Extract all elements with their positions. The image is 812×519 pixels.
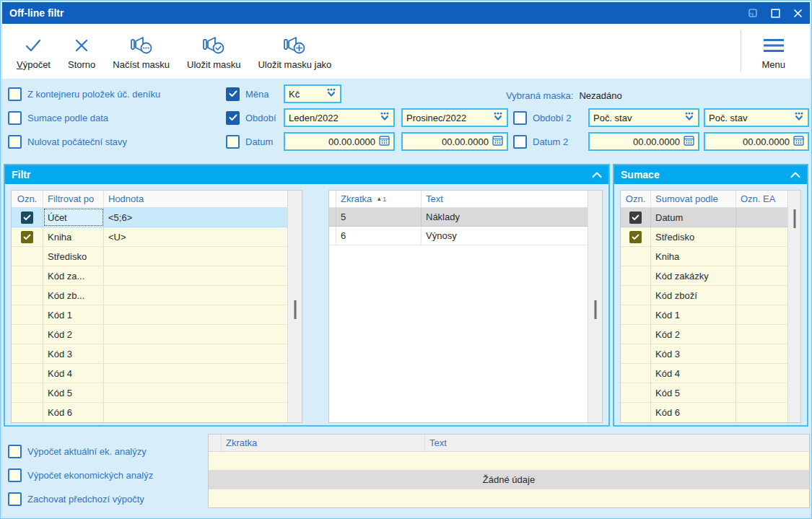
summary-field-ea[interactable]	[736, 247, 787, 266]
table-row[interactable]: Kniha	[621, 247, 787, 266]
scrollbar[interactable]	[787, 191, 800, 422]
filter-field-value[interactable]: <U>	[104, 227, 287, 246]
date-to-input[interactable]: 00.00.0000	[401, 132, 508, 151]
filter-field-value[interactable]: <5;6>	[104, 208, 287, 227]
table-row[interactable]: Kniha <U>	[12, 227, 287, 247]
table-row[interactable]: Datum	[621, 208, 787, 227]
date2-from-input[interactable]: 00.00.0000	[588, 132, 699, 151]
summary-field-name[interactable]: Kód 4	[651, 364, 736, 383]
summary-field-ea[interactable]	[736, 383, 787, 402]
column-header-text[interactable]: Text	[422, 191, 588, 207]
option-container-items[interactable]: Z kontejneru položek úč. deníku	[8, 84, 160, 103]
filter-field-value[interactable]	[104, 247, 287, 266]
period2-from-select[interactable]: Poč. stav	[588, 108, 699, 127]
summary-field-name[interactable]: Kód zakázky	[651, 266, 736, 285]
filter-field-name[interactable]: Kód 6	[43, 403, 104, 422]
checkbox-checked[interactable]	[21, 211, 33, 224]
filter-field-name[interactable]: Kód 5	[43, 383, 104, 402]
dropdown-arrow-icon[interactable]	[493, 112, 503, 123]
column-header-zkratka[interactable]: Zkratka ▲ 1	[336, 191, 422, 207]
restore-window-icon[interactable]	[748, 8, 758, 18]
checkbox-unchecked[interactable]	[8, 492, 22, 506]
option-date[interactable]: Datum	[226, 132, 273, 151]
column-header-ozn-ea[interactable]: Ozn. EA	[736, 191, 787, 207]
summary-field-ea[interactable]	[736, 403, 787, 422]
filter-field-name[interactable]: Kód za...	[43, 266, 104, 285]
table-row[interactable]: 5 Náklady	[329, 208, 588, 227]
collapse-chevron-icon[interactable]	[592, 172, 602, 178]
checkbox-unchecked[interactable]	[8, 445, 22, 458]
option-period2[interactable]: Období 2	[513, 108, 572, 127]
checkbox-checked[interactable]	[629, 211, 642, 224]
summary-field-ea[interactable]	[736, 364, 787, 383]
calculate-button[interactable]: Výpočet	[8, 30, 59, 73]
calendar-icon[interactable]	[793, 135, 804, 148]
column-header-zkratka[interactable]: Zkratka	[222, 435, 425, 451]
maximize-icon[interactable]	[771, 9, 780, 18]
summary-field-name[interactable]: Kniha	[651, 247, 736, 266]
table-row[interactable]: Středisko	[12, 247, 287, 266]
menu-button[interactable]: Menu	[753, 30, 794, 73]
filter-field-name[interactable]: Kód 2	[43, 325, 104, 344]
table-header[interactable]: Zkratka ▲ 1 Text	[329, 191, 588, 208]
close-icon[interactable]	[793, 9, 803, 18]
checkbox-unchecked[interactable]	[513, 111, 527, 125]
save-mask-button[interactable]: Uložit masku	[178, 30, 249, 73]
checkbox-checked[interactable]	[21, 231, 33, 243]
checkbox-unchecked[interactable]	[226, 135, 240, 149]
filter-field-name[interactable]: Kód zb...	[43, 286, 104, 305]
checkbox-unchecked[interactable]	[513, 135, 527, 149]
column-header-text[interactable]: Text	[425, 435, 809, 451]
dropdown-arrow-icon[interactable]	[326, 88, 336, 100]
table-row[interactable]: Kód 3	[12, 344, 287, 364]
checkbox-unchecked[interactable]	[8, 135, 22, 149]
table-row[interactable]: Kód 3	[621, 344, 787, 364]
summary-field-ea[interactable]	[736, 325, 787, 344]
checkbox-checked[interactable]	[226, 111, 240, 125]
account-code[interactable]: 5	[336, 208, 422, 226]
table-row[interactable]: Kód 6	[12, 403, 287, 422]
checkbox-unchecked[interactable]	[8, 111, 22, 125]
collapse-chevron-icon[interactable]	[790, 172, 800, 178]
table-row[interactable]: Kód za...	[12, 266, 287, 286]
table-row[interactable]: Kód 5	[621, 383, 787, 403]
table-header[interactable]: Zkratka Text	[209, 435, 809, 452]
checkbox-unchecked[interactable]	[8, 87, 22, 101]
table-row[interactable]: Kód zb...	[12, 286, 287, 305]
table-row[interactable]: 6 Výnosy	[329, 227, 588, 245]
column-header-filtrovat-po[interactable]: Filtrovat po	[43, 191, 104, 207]
summary-field-ea[interactable]	[736, 344, 787, 363]
summary-panel-header[interactable]: Sumace	[614, 165, 807, 184]
table-row[interactable]: Kód 1	[12, 305, 287, 325]
dropdown-arrow-icon[interactable]	[380, 112, 390, 123]
summary-field-ea[interactable]	[736, 208, 787, 227]
table-row[interactable]: Kód 1	[621, 305, 787, 325]
checkbox-checked[interactable]	[629, 231, 642, 243]
summary-field-ea[interactable]	[736, 266, 787, 285]
checkbox-checked[interactable]	[226, 87, 240, 101]
table-row[interactable]: Kód 2	[621, 325, 787, 344]
table-row[interactable]: Kód 4	[621, 364, 787, 383]
filter-field-name[interactable]: Kód 3	[43, 344, 104, 363]
filter-field-name[interactable]: Kniha	[43, 227, 104, 246]
account-text[interactable]: Náklady	[422, 208, 588, 226]
filter-field-value[interactable]	[104, 266, 287, 285]
filter-field-name[interactable]: Středisko	[43, 247, 104, 266]
account-code[interactable]: 6	[336, 227, 422, 245]
summary-field-ea[interactable]	[736, 305, 787, 324]
column-header-ozn[interactable]: Ozn.	[12, 191, 43, 207]
account-text[interactable]: Výnosy	[422, 227, 588, 245]
checkbox-unchecked[interactable]	[8, 468, 22, 482]
date-from-input[interactable]: 00.00.0000	[284, 132, 395, 151]
filter-field-name[interactable]: Kód 4	[43, 364, 104, 383]
table-row[interactable]: Kód zboží	[621, 286, 787, 305]
period-from-select[interactable]: Leden/2022	[284, 108, 395, 127]
calendar-icon[interactable]	[684, 135, 694, 148]
option-keep-previous-calcs[interactable]: Zachovat předchozí výpočty	[8, 489, 144, 508]
cancel-button[interactable]: Storno	[59, 30, 104, 73]
table-row[interactable]: Kód 2	[12, 325, 287, 344]
option-reset-opening-balances[interactable]: Nulovat počáteční stavy	[8, 132, 127, 151]
table-row[interactable]: Účet <5;6>	[12, 208, 287, 227]
period-to-select[interactable]: Prosinec/2022	[401, 108, 508, 127]
calendar-icon[interactable]	[379, 135, 390, 148]
